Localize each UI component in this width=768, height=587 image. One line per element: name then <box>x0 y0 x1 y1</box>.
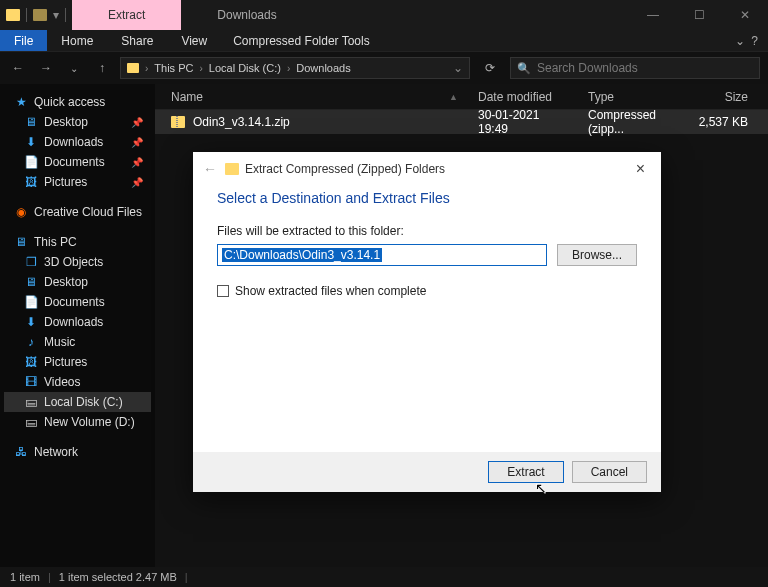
cube-icon: ❒ <box>24 255 38 269</box>
nav-forward-icon[interactable]: → <box>36 61 56 75</box>
nav-recent-icon[interactable]: ⌄ <box>64 63 84 74</box>
pin-icon: 📌 <box>131 177 143 188</box>
sidebar-item-videos[interactable]: 🎞Videos <box>4 372 151 392</box>
pin-icon: 📌 <box>131 157 143 168</box>
dialog-title: Extract Compressed (Zipped) Folders <box>245 162 445 176</box>
maximize-button[interactable]: ☐ <box>676 0 722 30</box>
pictures-icon: 🖼 <box>24 175 38 189</box>
dialog-path-label: Files will be extracted to this folder: <box>217 224 637 238</box>
ribbon-tools[interactable]: Compressed Folder Tools <box>221 30 382 51</box>
file-name: Odin3_v3.14.1.zip <box>193 115 290 129</box>
sidebar-item-3d[interactable]: ❒3D Objects <box>4 252 151 272</box>
music-icon: ♪ <box>24 335 38 349</box>
drive-icon: 🖴 <box>24 415 38 429</box>
qat-icon[interactable] <box>33 9 47 21</box>
ribbon-view[interactable]: View <box>167 30 221 51</box>
document-icon: 📄 <box>24 295 38 309</box>
checkbox-icon <box>217 285 229 297</box>
dialog-close-button[interactable]: × <box>630 160 651 178</box>
crumb[interactable]: Downloads <box>296 62 350 74</box>
browse-button[interactable]: Browse... <box>557 244 637 266</box>
desktop-icon: 🖥 <box>24 275 38 289</box>
sidebar-creative-cloud[interactable]: ◉Creative Cloud Files <box>4 202 151 222</box>
show-extracted-checkbox[interactable]: Show extracted files when complete <box>217 284 637 298</box>
sidebar-item-pictures2[interactable]: 🖼Pictures <box>4 352 151 372</box>
dialog-heading: Select a Destination and Extract Files <box>217 190 637 206</box>
nav-back-icon[interactable]: ← <box>8 61 28 75</box>
minimize-button[interactable]: — <box>630 0 676 30</box>
status-count: 1 item <box>10 571 40 583</box>
download-icon: ⬇ <box>24 315 38 329</box>
sort-indicator-icon: ▲ <box>449 92 458 102</box>
file-size: 2,537 KB <box>678 115 768 129</box>
sidebar-network[interactable]: 🖧Network <box>4 442 151 462</box>
network-icon: 🖧 <box>14 445 28 459</box>
extract-path-input[interactable]: C:\Downloads\Odin3_v3.14.1 <box>217 244 547 266</box>
video-icon: 🎞 <box>24 375 38 389</box>
sidebar-item-pictures[interactable]: 🖼Pictures📌 <box>4 172 151 192</box>
sidebar-item-new-volume-d[interactable]: 🖴New Volume (D:) <box>4 412 151 432</box>
sidebar-item-local-disk-c[interactable]: 🖴Local Disk (C:) <box>4 392 151 412</box>
document-icon: 📄 <box>24 155 38 169</box>
cancel-button[interactable]: Cancel <box>572 461 647 483</box>
desktop-icon: 🖥 <box>24 115 38 129</box>
column-header-size[interactable]: Size <box>678 90 768 104</box>
file-type: Compressed (zipp... <box>578 108 678 136</box>
creative-cloud-icon: ◉ <box>14 205 28 219</box>
sidebar-this-pc[interactable]: 🖥This PC <box>4 232 151 252</box>
zip-icon <box>171 116 185 128</box>
ribbon-share[interactable]: Share <box>107 30 167 51</box>
sidebar-item-documents2[interactable]: 📄Documents <box>4 292 151 312</box>
sidebar-quick-access[interactable]: ★Quick access <box>4 92 151 112</box>
pin-icon: 📌 <box>131 117 143 128</box>
checkbox-label: Show extracted files when complete <box>235 284 426 298</box>
search-input[interactable]: 🔍 Search Downloads <box>510 57 760 79</box>
nav-up-icon[interactable]: ↑ <box>92 61 112 75</box>
sidebar-item-documents[interactable]: 📄Documents📌 <box>4 152 151 172</box>
window-title: Downloads <box>181 0 312 30</box>
ribbon-expand-icon[interactable]: ⌄ ? <box>725 30 768 51</box>
ribbon-home[interactable]: Home <box>47 30 107 51</box>
file-row[interactable]: Odin3_v3.14.1.zip 30-01-2021 19:49 Compr… <box>155 110 768 134</box>
extract-dialog: ← Extract Compressed (Zipped) Folders × … <box>193 152 661 492</box>
address-bar[interactable]: › This PC › Local Disk (C:) › Downloads … <box>120 57 470 79</box>
sidebar-item-downloads[interactable]: ⬇Downloads📌 <box>4 132 151 152</box>
addr-dropdown-icon[interactable]: ⌄ <box>453 61 463 75</box>
file-date: 30-01-2021 19:49 <box>468 108 578 136</box>
download-icon: ⬇ <box>24 135 38 149</box>
navigation-pane[interactable]: ★Quick access 🖥Desktop📌 ⬇Downloads📌 📄Doc… <box>0 84 155 567</box>
search-icon: 🔍 <box>517 62 531 75</box>
status-bar: 1 item | 1 item selected 2.47 MB | <box>0 567 768 587</box>
refresh-icon[interactable]: ⟳ <box>478 61 502 75</box>
crumb[interactable]: This PC <box>154 62 193 74</box>
app-icon <box>6 9 20 21</box>
drive-icon: 🖴 <box>24 395 38 409</box>
folder-icon <box>127 63 139 73</box>
search-placeholder: Search Downloads <box>537 61 638 75</box>
sidebar-item-music[interactable]: ♪Music <box>4 332 151 352</box>
zip-icon <box>225 163 239 175</box>
column-header-name[interactable]: Name▲ <box>155 90 468 104</box>
contextual-tab-extract[interactable]: Extract <box>72 0 181 30</box>
star-icon: ★ <box>14 95 28 109</box>
column-header-date[interactable]: Date modified <box>468 90 578 104</box>
sidebar-item-downloads2[interactable]: ⬇Downloads <box>4 312 151 332</box>
crumb[interactable]: Local Disk (C:) <box>209 62 281 74</box>
column-header-type[interactable]: Type <box>578 90 678 104</box>
pc-icon: 🖥 <box>14 235 28 249</box>
sidebar-item-desktop[interactable]: 🖥Desktop📌 <box>4 112 151 132</box>
status-selected: 1 item selected 2.47 MB <box>59 571 177 583</box>
pin-icon: 📌 <box>131 137 143 148</box>
extract-button[interactable]: Extract <box>488 461 563 483</box>
close-button[interactable]: ✕ <box>722 0 768 30</box>
pictures-icon: 🖼 <box>24 355 38 369</box>
sidebar-item-desktop2[interactable]: 🖥Desktop <box>4 272 151 292</box>
dialog-back-icon[interactable]: ← <box>203 161 217 177</box>
ribbon-file[interactable]: File <box>0 30 47 51</box>
